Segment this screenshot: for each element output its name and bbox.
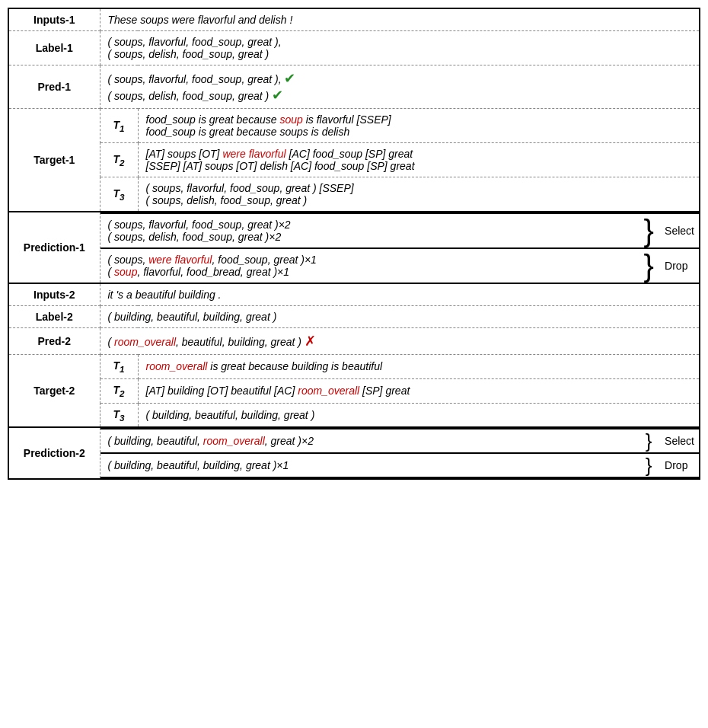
prediction-2-label: Prediction-2	[8, 427, 100, 479]
label-1-row: Label-1 ( soups, flavorful, food_soup, g…	[8, 31, 700, 65]
label-2-row: Label-2 ( building, beautiful, building,…	[8, 306, 700, 328]
inputs-1-row: Inputs-1 These soups were flavorful and …	[8, 8, 700, 31]
prediction-2-select-brace: }	[640, 431, 657, 451]
prediction-2-select-lines: ( building, beautiful, room_overall, gre…	[108, 435, 630, 447]
target-1-t3-row: T3 ( soups, flavorful, food_soup, great …	[8, 177, 700, 212]
prediction-2-drop-label: Drop	[665, 459, 687, 471]
inputs-2-row: Inputs-2 it 's a beautiful building .	[8, 283, 700, 306]
target-1-t3-content: ( soups, flavorful, food_soup, great ) […	[138, 177, 700, 212]
prediction-2-select-label: Select	[665, 435, 694, 447]
prediction-2-drop-lines: ( building, beautiful, building, great )…	[108, 459, 630, 471]
select-brace: }	[640, 216, 657, 246]
target-2-t3-label: T3	[100, 403, 138, 427]
target-2-t2-label: T2	[100, 378, 138, 403]
pred-2-label: Pred-2	[8, 328, 100, 355]
target-2-t1-content: room_overall is great because building i…	[138, 355, 700, 379]
drop-brace: }	[640, 251, 657, 281]
target-2-t1-row: Target-2 T1 room_overall is great becaus…	[8, 355, 700, 379]
pred-1-content: ( soups, flavorful, food_soup, great ), …	[100, 65, 700, 109]
target-2-t2-content: [AT] building [OT] beautiful [AC] room_o…	[138, 378, 700, 403]
target-2-t1-label: T1	[100, 355, 138, 379]
target-1-t1-row: Target-1 T1 food_soup is great because s…	[8, 109, 700, 143]
pred-2-content: ( room_overall, beautiful, building, gre…	[100, 328, 700, 355]
label-1-label: Label-1	[8, 31, 100, 65]
label-2-label: Label-2	[8, 306, 100, 328]
target-2-t2-row: T2 [AT] building [OT] beautiful [AC] roo…	[8, 378, 700, 403]
target-1-t2-row: T2 [AT] soups [OT] were flavorful [AC] f…	[8, 143, 700, 177]
target-1-t1-content: food_soup is great because soup is flavo…	[138, 109, 700, 143]
label-1-content: ( soups, flavorful, food_soup, great ), …	[100, 31, 700, 65]
prediction-1-row: Prediction-1 ( soups, flavorful, food_so…	[8, 212, 700, 283]
prediction-2-drop-brace: }	[640, 455, 657, 475]
prediction-1-label: Prediction-1	[8, 212, 100, 283]
prediction-1-content: ( soups, flavorful, food_soup, great )×2…	[100, 212, 700, 283]
select-label: Select	[665, 225, 694, 237]
pred-1-row: Pred-1 ( soups, flavorful, food_soup, gr…	[8, 65, 700, 109]
main-table: Inputs-1 These soups were flavorful and …	[8, 8, 700, 480]
label-2-content: ( building, beautiful, building, great )	[100, 306, 700, 328]
target-1-t1-label: T1	[100, 109, 138, 143]
inputs-2-content: it 's a beautiful building .	[100, 283, 700, 306]
drop-label: Drop	[665, 260, 687, 272]
prediction-2-row: Prediction-2 ( building, beautiful, room…	[8, 427, 700, 479]
target-2-t3-row: T3 ( building, beautiful, building, grea…	[8, 403, 700, 427]
prediction-1-drop-lines: ( soups, were flavorful, food_soup, grea…	[108, 254, 630, 278]
pred-1-label: Pred-1	[8, 65, 100, 109]
pred-2-row: Pred-2 ( room_overall, beautiful, buildi…	[8, 328, 700, 355]
inputs-1-label: Inputs-1	[8, 8, 100, 31]
target-1-t2-label: T2	[100, 143, 138, 177]
target-1-t3-label: T3	[100, 177, 138, 212]
target-2-label: Target-2	[8, 355, 100, 428]
target-1-label: Target-1	[8, 109, 100, 212]
inputs-1-content: These soups were flavorful and delish !	[100, 8, 700, 31]
inputs-2-label: Inputs-2	[8, 283, 100, 306]
target-2-t3-content: ( building, beautiful, building, great )	[138, 403, 700, 427]
prediction-1-select-lines: ( soups, flavorful, food_soup, great )×2…	[108, 219, 630, 243]
prediction-2-content: ( building, beautiful, room_overall, gre…	[100, 427, 700, 479]
target-1-t2-content: [AT] soups [OT] were flavorful [AC] food…	[138, 143, 700, 177]
